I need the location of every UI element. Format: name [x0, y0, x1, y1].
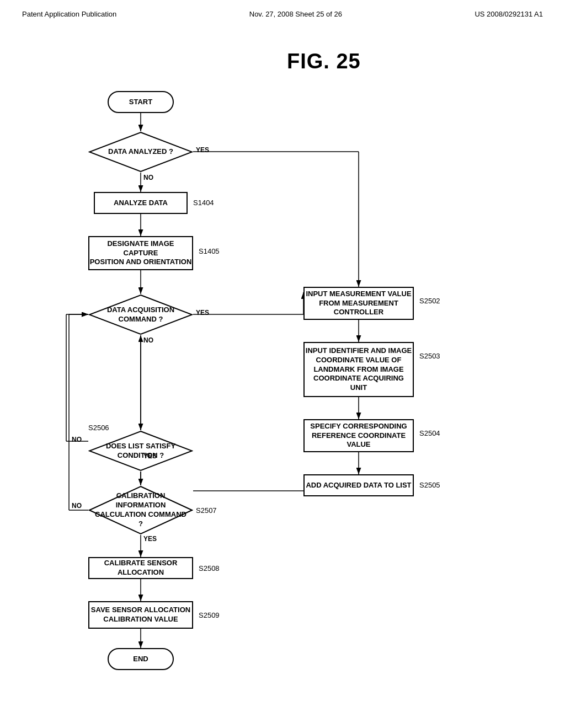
- header-right: US 2008/0292131 A1: [475, 10, 543, 18]
- designate-image-box: DESIGNATE IMAGE CAPTURE POSITION AND ORI…: [88, 236, 193, 270]
- save-sensor-box: SAVE SENSOR ALLOCATION CALIBRATION VALUE: [88, 601, 193, 629]
- no-data-analyzed: NO: [143, 174, 153, 181]
- flowchart: START S1403 DATA ANALYZED ? YES NO ANALY…: [33, 72, 530, 711]
- s2504-label: S2504: [419, 429, 440, 437]
- does-list-diamond: DOES LIST SATISFY CONDITION ?: [88, 430, 193, 472]
- yes-data-analyzed: YES: [196, 146, 209, 154]
- page-header: Patent Application Publication Nov. 27, …: [0, 0, 565, 18]
- s1404-label: S1404: [193, 199, 214, 207]
- s2505-label: S2505: [419, 481, 440, 489]
- yes-data-acq: YES: [196, 309, 209, 317]
- end-node: END: [108, 648, 174, 670]
- data-acquisition-diamond: DATA ACQUISITION COMMAND ?: [88, 294, 193, 335]
- specify-reference-box: SPECIFY CORRESPONDING REFERENCE COORDINA…: [303, 419, 414, 452]
- analyze-data-box: ANALYZE DATA: [94, 192, 188, 214]
- data-analyzed-diamond: DATA ANALYZED ?: [88, 131, 193, 173]
- s1405-label: S1405: [199, 247, 220, 255]
- figure-title: FIG. 25: [287, 50, 361, 73]
- s2506-label: S2506: [88, 424, 109, 432]
- s2502-label: S2502: [419, 297, 440, 305]
- no-calib: NO: [72, 502, 82, 510]
- s2503-label: S2503: [419, 352, 440, 360]
- header-center: Nov. 27, 2008 Sheet 25 of 26: [249, 10, 342, 18]
- input-measurement-box: INPUT MEASUREMENT VALUE FROM MEASUREMENT…: [303, 287, 414, 320]
- input-identifier-box: INPUT IDENTIFIER AND IMAGE COORDINATE VA…: [303, 342, 414, 397]
- s2508-label: S2508: [199, 564, 220, 572]
- start-node: START: [108, 91, 174, 113]
- no-does-list: NO: [72, 436, 82, 443]
- yes-calib: YES: [143, 535, 157, 543]
- calibration-info-diamond: CALIBRATION INFORMATION CALCULATION COMM…: [88, 485, 193, 535]
- add-acquired-box: ADD ACQUIRED DATA TO LIST: [303, 474, 414, 496]
- s2509-label: S2509: [199, 611, 220, 619]
- no-data-acq: NO: [143, 336, 153, 344]
- calibrate-sensor-box: CALIBRATE SENSOR ALLOCATION: [88, 557, 193, 579]
- header-left: Patent Application Publication: [22, 10, 116, 18]
- s2507-label: S2507: [196, 506, 217, 515]
